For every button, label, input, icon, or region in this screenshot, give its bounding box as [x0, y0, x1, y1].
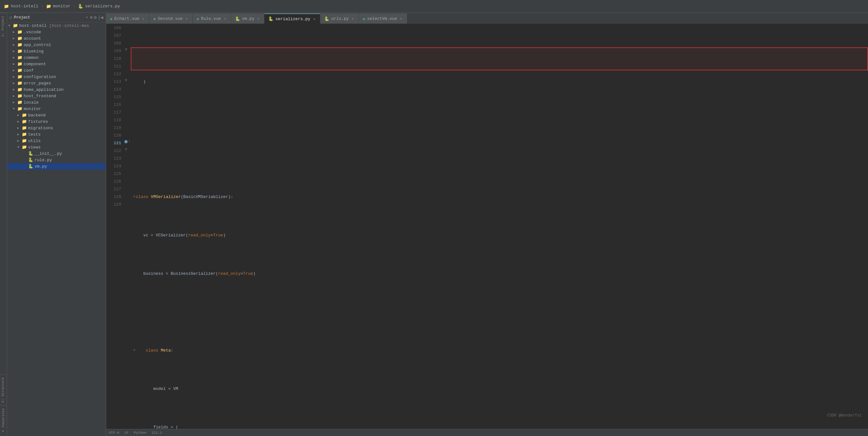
- vue-icon2: ◈: [153, 16, 156, 22]
- collapse-icon[interactable]: |◀: [98, 15, 103, 20]
- code-line-107: [131, 116, 868, 124]
- code-line-113: ▽ class Meta:: [131, 347, 868, 354]
- tree-item-utils[interactable]: ▶ 📁 utils: [7, 138, 106, 144]
- title-monitor[interactable]: monitor: [53, 4, 71, 9]
- tab-bar: ◈ Echart.vue ✕ ◈ Second.vue ✕ ◈ Rule.vue…: [106, 13, 868, 24]
- tree-root[interactable]: ▼ 📁 host-intell [host-intell-mas: [7, 22, 106, 29]
- tab-rule-vue[interactable]: ◈ Rule.vue ✕: [193, 13, 231, 24]
- main-layout: 1: Project 2: Structure ★ Favorites ☐ Pr…: [0, 13, 868, 436]
- watermark: CSDN @Wonderful: [827, 412, 862, 419]
- py-icon1: 🐍: [235, 16, 240, 22]
- title-host-intell[interactable]: host-intell: [11, 4, 38, 9]
- code-content[interactable]: ) ▽class VMSerializer(BasicVMSeriablizer…: [131, 24, 868, 429]
- tree-item-configuration[interactable]: ▶ 📁 configuration: [7, 74, 106, 80]
- tree-item-tests[interactable]: ▶ 📁 tests: [7, 131, 106, 138]
- sync-icon[interactable]: ⊕: [90, 15, 92, 20]
- tab-serializers-py[interactable]: 🐍 serializers.py ✕: [265, 13, 320, 24]
- tree-item-vm-py[interactable]: 🐍 vm.py: [7, 163, 106, 170]
- left-tab-structure[interactable]: 2: Structure: [0, 375, 7, 405]
- tree-item-fixtures[interactable]: ▶ 📁 fixtures: [7, 118, 106, 125]
- editor-area: ◈ Echart.vue ✕ ◈ Second.vue ✕ ◈ Rule.vue…: [106, 13, 868, 436]
- language-status: Python: [134, 431, 147, 435]
- left-tab-project[interactable]: 1: Project: [0, 13, 7, 39]
- tree-item-init-py[interactable]: 🐍 __init__.py: [7, 150, 106, 157]
- tab-close-select-vm[interactable]: ✕: [399, 16, 403, 21]
- title-serializers[interactable]: serializers.py: [85, 4, 120, 9]
- tree-item-conf[interactable]: ▶ 📁 conf: [7, 67, 106, 74]
- tab-close-vm-py[interactable]: ✕: [256, 16, 260, 21]
- file-tree-panel: ☐ Project ▾ ⊕ ⚙ |◀ ▼ 📁 host-intell [host…: [7, 13, 106, 436]
- encoding-status: UTF-8: [109, 431, 119, 435]
- code-line-111: business = BusinessSerializer(read_only=…: [131, 270, 868, 278]
- tree-item-app-control[interactable]: ▶ 📁 app_control: [7, 41, 106, 48]
- settings-icon[interactable]: ⚙: [94, 15, 97, 20]
- tree-item-views[interactable]: ▼ 📁 views: [7, 144, 106, 150]
- tree-item-backend[interactable]: ▶ 📁 backend: [7, 112, 106, 118]
- tab-close-second[interactable]: ✕: [184, 16, 189, 21]
- code-line-115: fields = (: [131, 424, 868, 429]
- tab-urls-py[interactable]: 🐍 urls.py ✕: [320, 13, 359, 24]
- cursor-position: 121:1: [152, 431, 162, 435]
- project-label: ☐: [9, 15, 12, 20]
- file-tree-body: ▼ 📁 host-intell [host-intell-mas ▶ 📁 .vs…: [7, 22, 106, 436]
- code-line-110: vc = VCSerializer(read_only=True): [131, 232, 868, 239]
- code-line-108: [131, 155, 868, 163]
- gutter-indicators: ▽ ▽ ↑ ▽: [124, 24, 131, 429]
- left-tabs: 1: Project 2: Structure ★ Favorites: [0, 13, 7, 436]
- code-editor[interactable]: 106 107 108 109 110 111 112 113 114 115 …: [106, 24, 868, 429]
- tree-item-locale[interactable]: ▶ 📁 locale: [7, 99, 106, 106]
- header-dropdown-icon[interactable]: ▾: [86, 15, 88, 20]
- vue-icon3: ◈: [197, 16, 199, 22]
- line-numbers: 106 107 108 109 110 111 112 113 114 115 …: [106, 24, 124, 429]
- title-folder-icon: 📁: [4, 4, 9, 9]
- tree-item-error-pages[interactable]: ▶ 📁 error_pages: [7, 80, 106, 86]
- vue-icon4: ◈: [363, 16, 365, 22]
- left-tab-favorites[interactable]: ★ Favorites: [0, 405, 7, 436]
- code-line-109: ▽class VMSerializer(BasicVMSeriablizer):: [131, 193, 868, 201]
- code-line-112: [131, 308, 868, 316]
- tab-second-vue[interactable]: ◈ Second.vue ✕: [149, 13, 192, 24]
- title-file-icon: 🐍: [78, 4, 83, 9]
- tab-echart-vue[interactable]: ◈ Echart.vue ✕: [106, 13, 149, 24]
- tab-vm-py[interactable]: 🐍 vm.py ✕: [231, 13, 265, 24]
- tree-item-monitor[interactable]: ▼ 📁 monitor: [7, 106, 106, 112]
- tab-select-vm-vue[interactable]: ◈ selectVm.vue ✕: [359, 13, 407, 24]
- tree-item-migrations[interactable]: ▶ 📁 migrations: [7, 125, 106, 131]
- tab-close-rule-vue[interactable]: ✕: [223, 16, 227, 21]
- tree-item-vscode[interactable]: ▶ 📁 .vscode: [7, 29, 106, 35]
- tab-close-urls[interactable]: ✕: [351, 16, 355, 21]
- code-line-114: model = VM: [131, 385, 868, 393]
- tree-item-host-frontend[interactable]: ▶ 📁 host_frontend: [7, 93, 106, 99]
- tree-item-component[interactable]: ▶ 📁 component: [7, 61, 106, 67]
- tree-item-account[interactable]: ▶ 📁 account: [7, 35, 106, 41]
- tree-item-common[interactable]: ▶ 📁 common: [7, 54, 106, 61]
- tree-item-home-application[interactable]: ▶ 📁 home_application: [7, 86, 106, 93]
- code-line-106: ): [131, 78, 868, 86]
- vue-icon: ◈: [110, 16, 113, 22]
- py-icon2: 🐍: [268, 16, 273, 22]
- title-bar: 📁 host-intell › 📁 monitor › 🐍 serializer…: [0, 0, 868, 13]
- title-folder-icon2: 📁: [46, 4, 51, 9]
- tree-item-rule-py[interactable]: 🐍 rule.py: [7, 157, 106, 163]
- line-ending-status: LF: [124, 431, 128, 435]
- tree-item-blueking[interactable]: ▶ 📁 blueking: [7, 48, 106, 54]
- status-bar: UTF-8 LF Python 121:1: [106, 429, 868, 436]
- project-title: Project: [14, 16, 84, 20]
- header-icons: ⊕ ⚙ |◀: [90, 15, 103, 20]
- tab-close-echart[interactable]: ✕: [141, 16, 146, 21]
- file-tree-header: ☐ Project ▾ ⊕ ⚙ |◀: [7, 13, 106, 22]
- tab-close-serializers[interactable]: ✕: [312, 17, 316, 22]
- py-icon3: 🐍: [324, 16, 329, 22]
